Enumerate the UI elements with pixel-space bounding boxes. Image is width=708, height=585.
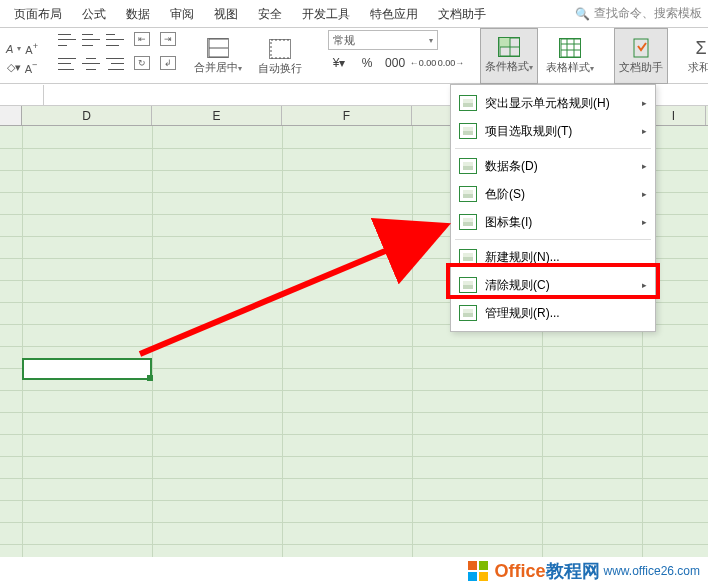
tab-security[interactable]: 安全 [248, 0, 292, 28]
col-header[interactable]: F [282, 106, 412, 125]
svg-rect-16 [468, 572, 477, 581]
new-rule-icon [459, 249, 477, 265]
tab-page-layout[interactable]: 页面布局 [4, 0, 72, 28]
tab-view[interactable]: 视图 [204, 0, 248, 28]
number-format-group: 常规▾ ¥▾ % 000 ←0.00 0.00→ [322, 28, 468, 74]
conditional-format-dropdown: 突出显示单元格规则(H)▸ 项目选取规则(T)▸ 数据条(D)▸ 色阶(S)▸ … [450, 84, 656, 332]
fill-handle[interactable] [147, 375, 153, 381]
currency-icon[interactable]: ¥▾ [328, 54, 350, 72]
table-style-button[interactable]: 表格样式▾ [538, 28, 602, 84]
highlight-cells-rules-item[interactable]: 突出显示单元格规则(H)▸ [451, 89, 655, 117]
align-top-icon[interactable] [58, 32, 76, 48]
watermark-url: www.office26.com [604, 564, 701, 578]
decrease-decimal-icon[interactable]: 0.00→ [440, 54, 462, 72]
manage-rules-icon [459, 305, 477, 321]
font-size-inc-icon[interactable]: A+ [25, 41, 38, 56]
svg-rect-12 [634, 39, 648, 57]
orientation-icon[interactable]: ↻ [134, 56, 150, 70]
svg-rect-17 [479, 572, 488, 581]
col-header[interactable]: D [22, 106, 152, 125]
data-bars-item[interactable]: 数据条(D)▸ [451, 152, 655, 180]
sum-button[interactable]: Σ 求和▾ [680, 28, 708, 84]
align-middle-icon[interactable] [82, 32, 100, 48]
name-box[interactable] [0, 85, 44, 105]
percent-icon[interactable]: % [356, 54, 378, 72]
wrap-indent-icon[interactable]: ↲ [160, 56, 176, 70]
svg-rect-2 [271, 40, 290, 58]
tab-doc-helper[interactable]: 文档助手 [428, 0, 496, 28]
table-style-icon [559, 38, 581, 58]
watermark: Office教程网 www.office26.com [466, 559, 700, 583]
chevron-down-icon: ▾ [17, 44, 21, 53]
number-format-select[interactable]: 常规▾ [328, 30, 438, 50]
tab-featured[interactable]: 特色应用 [360, 0, 428, 28]
office-logo-icon [466, 559, 490, 583]
svg-rect-7 [561, 39, 580, 57]
watermark-text: 教程网 [546, 559, 600, 583]
align-left-icon[interactable] [58, 56, 76, 72]
align-bottom-icon[interactable] [106, 32, 124, 48]
align-center-icon[interactable] [82, 56, 100, 72]
chevron-right-icon: ▸ [642, 189, 647, 199]
svg-rect-15 [479, 561, 488, 570]
tab-data[interactable]: 数据 [116, 0, 160, 28]
conditional-format-button[interactable]: 条件格式▾ [480, 28, 538, 84]
icon-sets-item[interactable]: 图标集(I)▸ [451, 208, 655, 236]
doc-helper-icon [630, 38, 652, 58]
font-group: A▾ A+ ◇▾ A− [0, 28, 42, 84]
chevron-right-icon: ▸ [642, 161, 647, 171]
chevron-right-icon: ▸ [642, 217, 647, 227]
clear-rules-item[interactable]: 清除规则(C)▸ [451, 271, 655, 299]
merge-icon [207, 38, 229, 58]
increase-decimal-icon[interactable]: ←0.00 [412, 54, 434, 72]
icon-sets-icon [459, 214, 477, 230]
svg-rect-4 [500, 38, 510, 47]
chevron-right-icon: ▸ [642, 126, 647, 136]
clear-rules-icon [459, 277, 477, 293]
font-size-dec-icon[interactable]: A− [25, 60, 38, 75]
search-box[interactable]: 🔍 查找命令、搜索模板 [575, 5, 708, 22]
top-bottom-icon [459, 123, 477, 139]
decrease-indent-icon[interactable]: ⇤ [134, 32, 150, 46]
auto-wrap-button[interactable]: 自动换行 [250, 28, 310, 84]
sigma-icon: Σ [690, 38, 708, 58]
doc-helper-button[interactable]: 文档助手 [614, 28, 668, 84]
ribbon: A▾ A+ ◇▾ A− ⇤ ⇥ ↻ ↲ 合并居中▾ 自动换行 常规▾ ¥▾ % [0, 28, 708, 84]
clear-format-icon[interactable]: ◇▾ [7, 61, 21, 74]
increase-indent-icon[interactable]: ⇥ [160, 32, 176, 46]
tab-formula[interactable]: 公式 [72, 0, 116, 28]
chevron-right-icon: ▸ [642, 280, 647, 290]
align-group [54, 28, 130, 80]
watermark-text: Office [494, 561, 545, 582]
thousands-icon[interactable]: 000 [384, 54, 406, 72]
selected-cell[interactable] [22, 358, 152, 380]
color-scales-icon [459, 186, 477, 202]
indent-group: ⇤ ⇥ ↻ ↲ [130, 28, 186, 80]
conditional-format-icon [498, 37, 520, 57]
chevron-right-icon: ▸ [642, 98, 647, 108]
tab-review[interactable]: 审阅 [160, 0, 204, 28]
data-bars-icon [459, 158, 477, 174]
wrap-text-icon [269, 39, 291, 59]
merge-center-button[interactable]: 合并居中▾ [186, 28, 250, 84]
color-scales-item[interactable]: 色阶(S)▸ [451, 180, 655, 208]
new-rule-item[interactable]: 新建规则(N)... [451, 243, 655, 271]
highlight-cells-icon [459, 95, 477, 111]
font-size-icon[interactable]: A [6, 43, 13, 55]
manage-rules-item[interactable]: 管理规则(R)... [451, 299, 655, 327]
search-icon: 🔍 [575, 7, 590, 21]
col-header[interactable]: E [152, 106, 282, 125]
align-right-icon[interactable] [106, 56, 124, 72]
svg-rect-14 [468, 561, 477, 570]
menu-tabs: 页面布局 公式 数据 审阅 视图 安全 开发工具 特色应用 文档助手 🔍 查找命… [0, 0, 708, 28]
search-placeholder: 查找命令、搜索模板 [594, 5, 702, 22]
tab-dev-tools[interactable]: 开发工具 [292, 0, 360, 28]
top-bottom-rules-item[interactable]: 项目选取规则(T)▸ [451, 117, 655, 145]
